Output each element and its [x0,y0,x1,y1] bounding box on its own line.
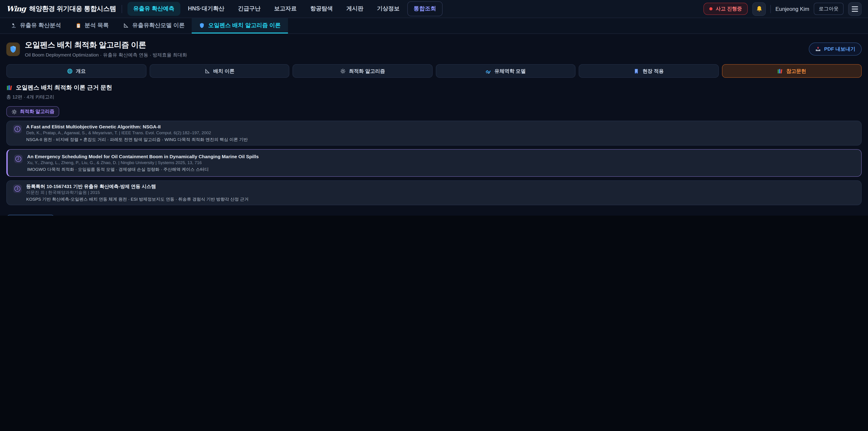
app-title: 해양환경 위기대응 통합시스템 [29,4,116,13]
references-content: 오일펜스 배치 최적화 이론 근거 문헌 총 12편 · 4개 카테고리 최적화… [6,84,862,216]
reference-title: A Fast and Elitist Multiobjective Geneti… [26,124,248,129]
section-nav-5[interactable]: 참고문헌 [722,64,862,78]
shield-icon [199,22,205,28]
books-icon [6,85,13,91]
section-nav-1[interactable]: 배치 이론 [149,64,289,78]
page-subtitle: Oil Boom Deployment Optimization · 유출유 확… [25,52,187,58]
pdf-export-button[interactable]: PDF 내보내기 [809,42,862,56]
divider [121,5,122,13]
topnav-item-2[interactable]: 긴급구난 [232,2,266,16]
hamburger-icon [852,6,858,11]
reference-card[interactable]: 3 등록특허 10-1567431 기반 유출유 확산예측-방제 연동 시스템 … [6,180,862,205]
status-label: 사고 진행중 [716,5,742,12]
incident-status-badge: 사고 진행중 [704,3,748,15]
reference-title: 등록특허 10-1567431 기반 유출유 확산예측-방제 연동 시스템 [26,184,249,189]
wave-icon [485,68,491,74]
building-icon [633,68,639,74]
reference-number-badge: 3 [13,184,22,193]
tab-0[interactable]: 유출유 확산분석 [4,18,68,33]
references-heading: 오일펜스 배치 최적화 이론 근거 문헌 [16,84,112,92]
reference-category: 유체역학 이론 1 Oil Boom Failure: Critical Vel… [6,209,862,216]
topbar: Wing 해양환경 위기대응 통합시스템 유출유 확산예측HNS·대기확산긴급구… [0,0,868,18]
topnav-item-7[interactable]: 통합조회 [407,1,442,16]
triangle-ruler-icon [204,68,210,74]
header-text: 오일펜스 배치 최적화 알고리즘 이론 Oil Boom Deployment … [25,40,187,58]
globe-icon [67,68,73,74]
reference-desc: KOSPS 기반 확산예측-오일펜스 배치 연동 체계 원전 · ESI 방제정… [26,196,249,202]
reference-meta: Deb, K., Pratap, A., Agarwal, S., & Meya… [26,130,248,135]
reference-card[interactable]: 1 A Fast and Elitist Multiobjective Gene… [6,121,862,146]
sub-tabbar: 유출유 확산분석 분석 목록 유출유확산모델 이론 오일펜스 배치 알고리즘 이… [0,18,868,34]
reference-desc: IMOGWO 다목적 최적화 · 오일필름 동적 모델 · 경제생태 손실 정량… [27,167,258,172]
section-nav-4[interactable]: 현장 적용 [579,64,719,78]
category-badge: 최적화 알고리즘 [6,106,59,117]
reference-number-badge: 2 [14,155,23,163]
main-nav: 유출유 확산예측HNS·대기확산긴급구난보고자료항공탐색게시판기상정보통합조회 [127,1,442,16]
topnav-item-3[interactable]: 보고자료 [268,2,303,16]
category-badge: 유체역학 이론 [6,215,55,216]
reference-title: An Emergency Scheduling Model for Oil Co… [27,154,258,159]
clipboard-icon [75,22,81,28]
topnav-item-6[interactable]: 기상정보 [371,2,405,16]
page-title: 오일펜스 배치 최적화 알고리즘 이론 [25,40,187,50]
tab-3[interactable]: 오일펜스 배치 알고리즘 이론 [192,18,288,33]
topnav-item-0[interactable]: 유출유 확산예측 [127,2,180,16]
section-nav-0[interactable]: 개요 [6,64,146,78]
menu-button[interactable] [848,2,862,16]
notifications-button[interactable] [752,2,766,16]
section-nav-2[interactable]: 최적화 알고리즘 [292,64,432,78]
tab-1[interactable]: 분석 목록 [68,18,116,33]
page-header: 오일펜스 배치 최적화 알고리즘 이론 Oil Boom Deployment … [0,34,868,63]
reference-desc: NSGA-II 원전 · 비지배 정렬 + 혼잡도 거리 · 파레토 전면 탐색… [26,137,248,143]
reference-category: 최적화 알고리즘 1 A Fast and Elitist Multiobjec… [6,100,862,205]
shield-icon [6,42,20,56]
divider [771,5,771,13]
reference-number-badge: 1 [13,125,22,133]
references-summary: 총 12편 · 4개 카테고리 [6,94,862,100]
gear-icon [11,109,17,115]
topnav-item-1[interactable]: HNS·대기확산 [182,2,230,16]
books-icon [777,68,783,74]
reference-card-list: 1 A Fast and Elitist Multiobjective Gene… [6,121,862,205]
user-name: Eunjeong Kim [776,6,809,12]
app: Wing 해양환경 위기대응 통합시스템 유출유 확산예측HNS·대기확산긴급구… [0,0,868,216]
section-nav-3[interactable]: 유체역학 모델 [436,64,576,78]
reference-card[interactable]: 2 An Emergency Scheduling Model for Oil … [6,149,862,177]
export-tray-icon [815,46,821,52]
microscope-icon [11,22,17,28]
section-nav: 개요 배치 이론 최적화 알고리즘 유체역학 모델 현장 적용 참고문헌 [6,64,862,78]
reference-meta: 이문진 외 | 한국해양과학기술원 | 2015 [26,190,249,195]
gear-icon [340,68,346,74]
pdf-export-label: PDF 내보내기 [824,45,855,53]
wing-logo-mark: Wing [6,4,26,13]
status-dot-icon [709,7,712,10]
reference-categories: 최적화 알고리즘 1 A Fast and Elitist Multiobjec… [6,100,862,216]
topnav-item-5[interactable]: 게시판 [340,2,369,16]
tab-2[interactable]: 유출유확산모델 이론 [116,18,192,33]
reference-meta: Xu, Y., Zhang, L., Zheng, P., Liu, G., &… [27,160,258,165]
topnav-item-4[interactable]: 항공탐색 [304,2,339,16]
logout-button[interactable]: 로그아웃 [814,3,844,15]
references-heading-row: 오일펜스 배치 최적화 이론 근거 문헌 [6,84,862,92]
triangle-ruler-icon [123,22,129,28]
bell-icon [756,5,763,12]
app-logo[interactable]: Wing 해양환경 위기대응 통합시스템 [6,4,116,13]
topbar-right: 사고 진행중 Eunjeong Kim 로그아웃 [704,2,862,16]
